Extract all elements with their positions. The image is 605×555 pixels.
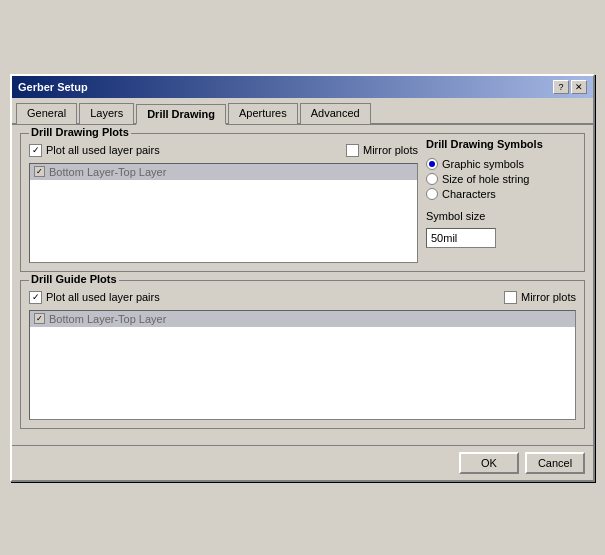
close-button[interactable]: ✕ xyxy=(571,80,587,94)
list-item[interactable]: Bottom Layer-Top Layer xyxy=(30,164,417,180)
tab-layers[interactable]: Layers xyxy=(79,103,134,124)
drill-guide-list[interactable]: Bottom Layer-Top Layer xyxy=(29,310,576,420)
drill-drawing-plots-left: Plot all used layer pairs Mirror plots B… xyxy=(29,138,418,263)
footer: OK Cancel xyxy=(12,445,593,480)
symbol-size-input[interactable] xyxy=(426,228,496,248)
plot-all-row: Plot all used layer pairs xyxy=(29,144,160,157)
tab-apertures[interactable]: Apertures xyxy=(228,103,298,124)
tab-general[interactable]: General xyxy=(16,103,77,124)
mirror-label: Mirror plots xyxy=(363,144,418,156)
title-bar: Gerber Setup ? ✕ xyxy=(12,76,593,98)
symbol-size-label: Symbol size xyxy=(426,210,576,222)
mirror-row: Mirror plots xyxy=(346,144,418,157)
drill-guide-plots-group: Drill Guide Plots Plot all used layer pa… xyxy=(20,280,585,429)
guide-list-item-label: Bottom Layer-Top Layer xyxy=(49,313,166,325)
tab-content: Drill Drawing Plots Plot all used layer … xyxy=(12,125,593,445)
radio-size-label: Size of hole string xyxy=(442,173,529,185)
guide-mirror-row: Mirror plots xyxy=(504,291,576,304)
tab-drill-drawing[interactable]: Drill Drawing xyxy=(136,104,226,125)
guide-plot-all-label: Plot all used layer pairs xyxy=(46,291,160,303)
drill-guide-plots-label: Drill Guide Plots xyxy=(29,273,119,285)
radio-size: Size of hole string xyxy=(426,173,576,185)
tab-bar: General Layers Drill Drawing Apertures A… xyxy=(12,98,593,125)
guide-mirror-checkbox[interactable] xyxy=(504,291,517,304)
window-title: Gerber Setup xyxy=(18,81,88,93)
radio-graphic-label: Graphic symbols xyxy=(442,158,524,170)
radio-characters-input[interactable] xyxy=(426,188,438,200)
plot-all-label: Plot all used layer pairs xyxy=(46,144,160,156)
plot-all-checkbox[interactable] xyxy=(29,144,42,157)
title-bar-buttons: ? ✕ xyxy=(553,80,587,94)
drill-drawing-symbols-area: Drill Drawing Symbols Graphic symbols Si… xyxy=(426,138,576,263)
list-item-checkbox[interactable] xyxy=(34,166,45,177)
radio-graphic: Graphic symbols xyxy=(426,158,576,170)
radio-size-of-hole[interactable] xyxy=(426,173,438,185)
guide-mirror-label: Mirror plots xyxy=(521,291,576,303)
main-window: Gerber Setup ? ✕ General Layers Drill Dr… xyxy=(10,74,595,482)
drill-drawing-options-row: Plot all used layer pairs Mirror plots xyxy=(29,138,418,161)
drill-drawing-plots-group: Drill Drawing Plots Plot all used layer … xyxy=(20,133,585,272)
radio-characters-label: Characters xyxy=(442,188,496,200)
mirror-checkbox[interactable] xyxy=(346,144,359,157)
ok-button[interactable]: OK xyxy=(459,452,519,474)
radio-group: Graphic symbols Size of hole string Char… xyxy=(426,158,576,200)
tab-advanced[interactable]: Advanced xyxy=(300,103,371,124)
radio-characters: Characters xyxy=(426,188,576,200)
guide-list-item[interactable]: Bottom Layer-Top Layer xyxy=(30,311,575,327)
symbols-group-label: Drill Drawing Symbols xyxy=(426,138,576,150)
guide-plot-all-row: Plot all used layer pairs xyxy=(29,291,160,304)
guide-plot-all-checkbox[interactable] xyxy=(29,291,42,304)
help-button[interactable]: ? xyxy=(553,80,569,94)
drill-drawing-list[interactable]: Bottom Layer-Top Layer xyxy=(29,163,418,263)
radio-graphic-symbols[interactable] xyxy=(426,158,438,170)
list-item-label: Bottom Layer-Top Layer xyxy=(49,166,166,178)
guide-list-item-checkbox[interactable] xyxy=(34,313,45,324)
drill-drawing-plots-area: Plot all used layer pairs Mirror plots B… xyxy=(29,138,576,263)
drill-drawing-plots-label: Drill Drawing Plots xyxy=(29,126,131,138)
cancel-button[interactable]: Cancel xyxy=(525,452,585,474)
drill-guide-options-row: Plot all used layer pairs Mirror plots xyxy=(29,285,576,308)
